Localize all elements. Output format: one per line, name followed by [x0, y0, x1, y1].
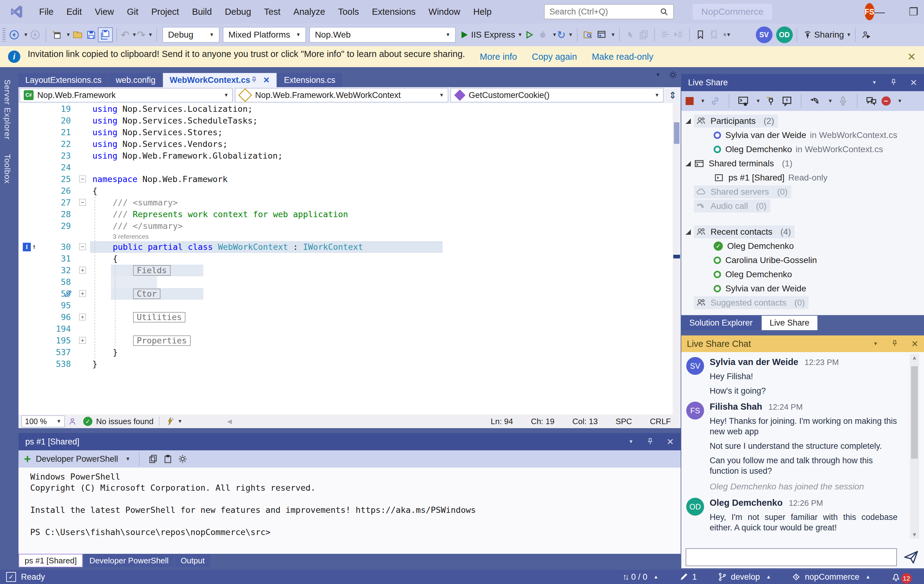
redo-caret[interactable]: ▼	[148, 32, 153, 37]
menu-item-help[interactable]: Help	[467, 0, 498, 23]
tab-list-caret[interactable]: ▼	[655, 73, 660, 77]
sharing-antenna-icon[interactable]	[801, 28, 814, 41]
member-dropdown[interactable]: GetCustomerCookie()▼	[450, 88, 663, 102]
code-line-24[interactable]: 24	[18, 162, 681, 173]
attach-process-icon[interactable]	[595, 28, 608, 41]
project-dropdown[interactable]: C# Nop.Web.Framework▼	[20, 88, 233, 102]
menu-item-view[interactable]: View	[88, 0, 120, 23]
menu-item-window[interactable]: Window	[422, 0, 467, 23]
fold-collapse-icon[interactable]: −	[79, 199, 86, 206]
navigate-forward-icon[interactable]	[28, 28, 42, 41]
restore-button[interactable]: ❐	[909, 5, 918, 18]
editor-tab-webworkcontext-cs[interactable]: WebWorkContext.cs✕	[163, 73, 277, 87]
block-guest-icon[interactable]: −	[881, 96, 891, 106]
collapsed-region-fields[interactable]: Fields	[133, 265, 171, 276]
encoding-indicator[interactable]: SPC	[616, 417, 632, 426]
panel-tab-solution-explorer[interactable]: Solution Explorer	[681, 316, 761, 330]
code-line-20[interactable]: 20using Nop.Services.ScheduleTasks;	[18, 115, 681, 127]
tree-item-carolina-uribe-gosselin[interactable]: Carolina Uribe-Gosselin	[681, 253, 924, 267]
navigate-back-icon[interactable]	[7, 28, 21, 41]
code-cleanup-caret[interactable]: ▼	[177, 419, 182, 424]
participant-avatar-sv[interactable]: SV	[756, 26, 772, 43]
configuration-dropdown[interactable]: Debug▼	[163, 27, 219, 43]
sidebar-tab-toolbox[interactable]: Toolbox	[2, 154, 12, 184]
sharing-label[interactable]: Sharing	[814, 30, 844, 40]
status-item-1[interactable]: 1	[679, 572, 697, 582]
save-all-icon[interactable]	[98, 27, 113, 42]
chat-message-list[interactable]: SVSylvia van der Weide12:23 PMHey Filish…	[681, 352, 924, 546]
collapsed-region-properties[interactable]: Properties	[133, 335, 191, 346]
sidebar-tab-server-explorer[interactable]: Server Explorer	[2, 79, 12, 140]
scrollbar-thumb[interactable]	[674, 122, 680, 144]
redo-icon[interactable]: ↷	[137, 29, 146, 41]
collapsed-region-ctor[interactable]: Ctor	[133, 289, 160, 299]
code-line-537[interactable]: 537}	[18, 346, 681, 358]
restart-icon[interactable]: ↻	[557, 29, 566, 41]
plug-icon[interactable]	[765, 95, 777, 107]
send-message-icon[interactable]	[903, 549, 920, 566]
share-terminal-icon-caret[interactable]: ▼	[756, 99, 761, 104]
menu-item-test[interactable]: Test	[257, 0, 287, 23]
tab-settings-gear-icon[interactable]	[668, 70, 678, 79]
live-share-menu-caret[interactable]: ▼	[872, 80, 877, 85]
shell-selector-caret[interactable]: ▼	[125, 457, 130, 462]
infobar-link-copy-again[interactable]: Copy again	[532, 52, 577, 62]
stop-sharing-icon[interactable]	[686, 97, 694, 105]
minimize-button[interactable]: —	[874, 6, 885, 18]
save-icon[interactable]	[84, 28, 98, 41]
chat-menu-caret[interactable]: ▼	[873, 341, 878, 346]
tree-item-oleg-demchenko[interactable]: Oleg Demchenkoin WebWorkContext.cs	[681, 142, 924, 157]
split-view-icon[interactable]: ⇕	[666, 88, 680, 102]
code-line-22[interactable]: 22using Nop.Services.Vendors;	[18, 138, 681, 150]
tree-item-recent-contacts[interactable]: Recent contacts(4)	[681, 225, 924, 239]
open-folder-icon[interactable]	[71, 28, 84, 41]
live-share-pin-icon[interactable]	[889, 78, 898, 87]
terminal-output[interactable]: Windows PowerShellCopyright (C) Microsof…	[18, 468, 681, 554]
chat-input[interactable]	[686, 548, 897, 566]
editor-tab-extensions-cs[interactable]: Extensions.cs	[277, 73, 342, 87]
code-line-58[interactable]: 58	[18, 276, 681, 288]
chat-scrollbar[interactable]: ▲ ▼	[910, 354, 919, 539]
infobar-link-more-info[interactable]: More info	[480, 52, 517, 62]
platform-dropdown[interactable]: Mixed Platforms▼	[223, 27, 306, 43]
editor-tab-web-config[interactable]: web.config	[109, 73, 162, 87]
shell-selector[interactable]: Developer PowerShell	[36, 454, 118, 464]
run-target-caret[interactable]: ▼	[518, 32, 523, 37]
tree-item-shared-terminals[interactable]: Shared terminals(1)	[681, 157, 924, 171]
tree-item-participants[interactable]: Participants(2)	[681, 114, 924, 128]
health-check-icon[interactable]: ✓	[83, 417, 92, 426]
code-line-27[interactable]: 27−/// <summary>	[18, 197, 681, 208]
startup-project-dropdown[interactable]: Nop.Web▼	[310, 27, 455, 43]
menu-item-edit[interactable]: Edit	[60, 0, 88, 23]
sharing-caret[interactable]: ▼	[846, 32, 851, 37]
fold-collapse-icon[interactable]: −	[79, 176, 86, 182]
attach-caret[interactable]: ▼	[611, 32, 616, 37]
undo-caret[interactable]: ▼	[132, 32, 137, 37]
scroll-down-icon[interactable]: ▼	[910, 532, 919, 538]
issues-label[interactable]: No issues found	[96, 417, 153, 426]
expand-triangle-icon[interactable]	[686, 119, 691, 124]
code-line-25[interactable]: 25−namespace Nop.Web.Framework	[18, 173, 681, 185]
type-dropdown[interactable]: Nop.Web.Framework.WebWorkContext▼	[235, 88, 448, 102]
code-line-19[interactable]: 19using Nop.Services.Localization;	[18, 103, 681, 115]
scroll-up-icon[interactable]: ▲	[910, 355, 919, 361]
paste-icon[interactable]	[163, 454, 173, 464]
terminal-tab-developer-powershell[interactable]: Developer PowerShell	[84, 554, 174, 568]
participant-avatar-od[interactable]: OD	[776, 26, 793, 43]
menu-item-build[interactable]: Build	[185, 0, 218, 23]
tree-item-oleg-demchenko[interactable]: ✓Oleg Demchenko	[681, 239, 924, 253]
fold-collapse-icon[interactable]: −	[79, 243, 86, 250]
chat-icon[interactable]	[865, 95, 877, 107]
search-icon[interactable]	[659, 7, 669, 16]
join-call-icon-caret[interactable]: ▼	[828, 99, 833, 104]
menu-item-git[interactable]: Git	[120, 0, 145, 23]
search-input[interactable]	[549, 7, 659, 17]
toolbar-grip[interactable]	[2, 28, 5, 41]
hscroll-left-arrow[interactable]: ◄	[226, 417, 233, 426]
live-share-title-bar[interactable]: Live Share ▼ ✕	[681, 74, 924, 91]
live-share-status-icon[interactable]	[68, 417, 77, 426]
infobar-link-make-read-only[interactable]: Make read-only	[592, 52, 653, 62]
code-editor[interactable]: 19using Nop.Services.Localization;20usin…	[18, 103, 681, 414]
terminal-pin-icon[interactable]	[646, 437, 655, 446]
expand-triangle-icon[interactable]	[686, 161, 691, 166]
